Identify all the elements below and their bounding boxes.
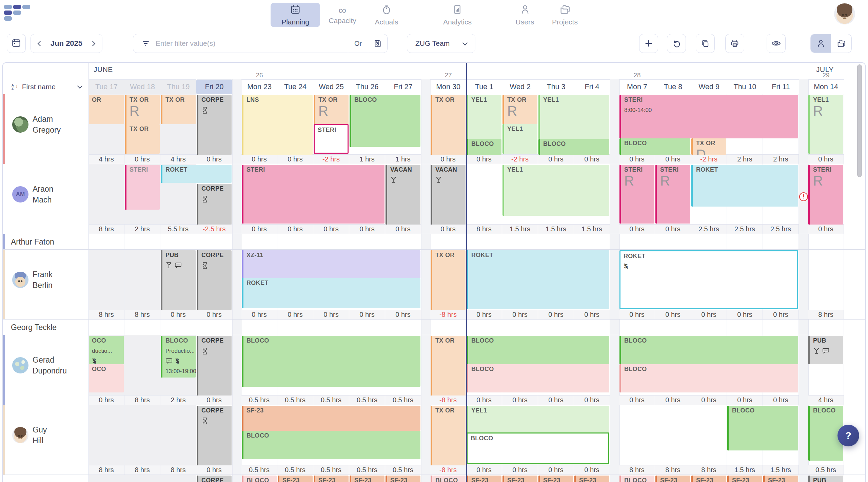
booking-block[interactable]: SF-23 [278, 476, 313, 482]
day-cell[interactable] [88, 320, 124, 335]
day-cell[interactable] [124, 320, 160, 335]
day-header[interactable]: Wed 9 [691, 79, 727, 94]
vertical-scrollbar[interactable] [857, 64, 862, 177]
booking-block[interactable]: ROKET [691, 165, 798, 207]
booking-block[interactable]: STERIR [655, 165, 690, 224]
day-cell[interactable] [88, 475, 124, 482]
day-header[interactable]: Tue 1 [466, 79, 502, 94]
day-header[interactable]: Fri 11 [763, 79, 799, 94]
day-header[interactable]: Thu 26 [349, 79, 385, 94]
booking-block[interactable]: LNS [242, 95, 313, 155]
day-cell[interactable] [691, 320, 727, 335]
day-cell[interactable] [466, 164, 502, 234]
day-header[interactable]: Thu 19 [160, 79, 196, 94]
day-cell[interactable] [196, 320, 232, 335]
day-header[interactable]: Fri 27 [385, 79, 421, 94]
day-cell[interactable] [241, 320, 277, 335]
day-cell[interactable] [88, 234, 124, 249]
booking-block[interactable]: BLOCO [350, 95, 420, 147]
booking-block[interactable]: SF-23 [386, 476, 420, 482]
booking-block[interactable]: YEL1 [467, 406, 609, 432]
booking-block[interactable]: TX OR [431, 336, 466, 396]
next-period-icon[interactable] [90, 41, 96, 46]
day-cell[interactable] [160, 475, 196, 482]
booking-block[interactable]: XZ-11 [242, 250, 420, 278]
group-by-users-toggle[interactable] [811, 34, 831, 53]
tab-planning[interactable]: Planning [271, 3, 320, 27]
booking-block[interactable]: SF-23 [242, 406, 420, 431]
help-button[interactable]: ? [837, 425, 859, 446]
day-cell[interactable] [727, 320, 763, 335]
booking-block[interactable]: BLOCO [242, 476, 277, 482]
day-cell[interactable] [124, 405, 160, 475]
booking-block[interactable]: SF-23 [538, 476, 573, 482]
booking-block[interactable]: BLOCO [538, 139, 609, 155]
day-cell[interactable] [124, 234, 160, 249]
booking-block[interactable]: SF-23 [655, 476, 690, 482]
booking-block[interactable]: BLOCO [619, 476, 654, 482]
day-cell[interactable] [277, 234, 313, 249]
booking-block[interactable]: BLOCO [467, 364, 609, 392]
day-cell[interactable] [349, 320, 385, 335]
booking-block[interactable]: YEL1 [467, 95, 501, 139]
day-cell[interactable] [763, 234, 799, 249]
day-header[interactable]: Tue 8 [655, 79, 691, 94]
booking-block[interactable]: YEL1 [538, 95, 609, 139]
booking-block[interactable]: CORPE [197, 476, 232, 482]
booking-block[interactable]: CORPE [197, 95, 232, 155]
booking-block[interactable]: TX OR [431, 250, 466, 310]
booking-block[interactable]: BLOCO [619, 336, 798, 364]
day-header[interactable]: Mon 7 [619, 79, 655, 94]
print-button[interactable] [725, 34, 744, 53]
user-avatar[interactable] [834, 3, 855, 24]
day-cell[interactable] [691, 234, 727, 249]
copy-planner-button[interactable] [696, 34, 715, 53]
booking-block[interactable]: CORPE [197, 184, 232, 225]
booking-block[interactable]: TX OR [161, 95, 196, 124]
day-cell[interactable] [88, 164, 124, 234]
booking-block[interactable]: STERIR [619, 165, 654, 224]
day-cell[interactable] [655, 320, 691, 335]
day-cell[interactable] [466, 234, 502, 249]
booking-block[interactable]: YEL1 [502, 124, 537, 154]
booking-block[interactable]: ROKET [161, 165, 232, 183]
day-cell[interactable] [196, 234, 232, 249]
day-cell[interactable] [691, 405, 727, 475]
booking-block[interactable]: TX OR [431, 406, 466, 465]
day-cell[interactable] [502, 234, 538, 249]
day-cell[interactable] [124, 335, 160, 405]
day-header[interactable]: Mon 30 [430, 79, 466, 94]
booking-block[interactable]: TX ORR [314, 95, 349, 124]
day-header[interactable]: Thu 3 [538, 79, 574, 94]
undo-button[interactable] [667, 34, 686, 53]
booking-block[interactable]: TX ORD [691, 138, 726, 155]
day-cell[interactable] [277, 320, 313, 335]
group-by-projects-toggle[interactable] [831, 34, 851, 53]
day-cell[interactable] [313, 234, 349, 249]
day-header[interactable]: Wed 18 [124, 79, 160, 94]
day-cell[interactable] [574, 234, 610, 249]
day-cell[interactable] [88, 405, 124, 475]
booking-block[interactable]: SF-23 [314, 476, 349, 482]
day-cell[interactable] [160, 405, 196, 475]
booking-block[interactable]: CORPE [197, 336, 232, 396]
booking-block[interactable]: BLOCO [619, 138, 690, 155]
overbooking-warning-icon[interactable]: ! [799, 192, 808, 201]
booking-block[interactable]: SF-23 [727, 476, 762, 482]
booking-block[interactable]: PUB [808, 336, 843, 364]
save-filter-button[interactable] [368, 34, 387, 53]
day-header[interactable]: Thu 10 [727, 79, 763, 94]
app-logo[interactable] [4, 5, 33, 22]
booking-block[interactable]: TX ORR [125, 95, 160, 124]
booking-block[interactable]: VACAN [386, 165, 420, 225]
booking-block[interactable]: BLOCO [619, 364, 798, 392]
booking-block[interactable]: BLOCO [467, 432, 609, 464]
booking-block[interactable]: CORPE [197, 406, 232, 465]
booking-block[interactable]: BLOCOProductio...$13:00-19:00 [161, 336, 196, 378]
tab-capacity[interactable]: ∞ Capacity [324, 3, 361, 27]
day-header[interactable]: Tue 17 [88, 79, 124, 94]
first-name-column-header[interactable]: AZFirst name [3, 79, 88, 94]
view-options-button[interactable] [767, 34, 786, 53]
booking-block[interactable]: OR [89, 95, 124, 124]
day-cell[interactable] [88, 250, 124, 319]
